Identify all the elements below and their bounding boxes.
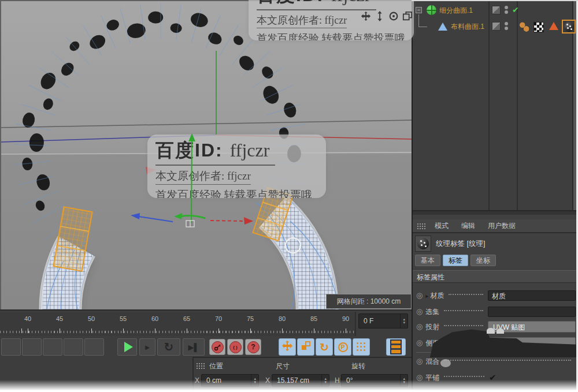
- uvw-tag-icon[interactable]: [533, 22, 544, 32]
- collapse-toggle[interactable]: −: [416, 7, 422, 13]
- attr-row-material: ◎ ▸ 材质 材质: [416, 290, 576, 301]
- menu-userdata[interactable]: 用户数据: [488, 221, 516, 231]
- ruler-number: 60: [151, 315, 158, 322]
- scale-icon: [301, 341, 311, 353]
- tile-checkbox[interactable]: ✔: [489, 372, 576, 383]
- cloth-tag-icon[interactable]: [549, 22, 558, 30]
- transport-button[interactable]: [22, 338, 42, 356]
- divider: [193, 357, 412, 358]
- drag-handle-icon[interactable]: [197, 363, 198, 364]
- drag-handle-icon[interactable]: [417, 223, 418, 225]
- snap-button[interactable]: [353, 338, 370, 356]
- expand-arrow-icon[interactable]: ▸: [425, 293, 428, 299]
- transport-button[interactable]: [43, 338, 62, 356]
- selection-circle: [286, 238, 301, 253]
- axis-label: X: [265, 376, 270, 384]
- move-tool-button[interactable]: [279, 338, 296, 356]
- axis-center-icon: [186, 221, 194, 227]
- phong-tag-icon[interactable]: [519, 21, 529, 32]
- tree-connector: [418, 14, 427, 27]
- position-x-field[interactable]: 0 cm ▴▾: [201, 374, 259, 387]
- tag-header: 纹理标签 [纹理]: [415, 236, 485, 252]
- maximize-icon[interactable]: [402, 10, 413, 22]
- timeline-ruler[interactable]: 4045505560657075808590: [0, 312, 356, 336]
- selection-field[interactable]: [488, 307, 576, 317]
- loop-button[interactable]: ↻: [157, 338, 180, 356]
- transport-button[interactable]: [64, 338, 83, 356]
- keyframe-radio-icon[interactable]: ◎: [416, 372, 423, 383]
- play-button[interactable]: [117, 338, 137, 356]
- filmstrip-icon: [390, 339, 402, 354]
- render-visibility-toggle[interactable]: [492, 6, 501, 14]
- visibility-dots[interactable]: [505, 5, 508, 15]
- texture-tag-icon[interactable]: [562, 20, 576, 33]
- keyframe-radio-icon[interactable]: ◎: [416, 306, 423, 318]
- mesh-wireframe: [61, 212, 317, 311]
- timeline-area: 4045505560657075808590 0 F ▴▾ ▶ ↻ ▶▌ ( )…: [0, 309, 412, 392]
- mesh-halo: [61, 212, 317, 311]
- rotate-tool-button[interactable]: ↻: [316, 338, 333, 356]
- render-visibility-toggle[interactable]: [492, 22, 501, 31]
- stepper-icon[interactable]: ▴▾: [251, 375, 258, 386]
- tab-coordinates[interactable]: 坐标: [470, 255, 496, 266]
- object-row-cloth[interactable]: 布料曲面.1: [413, 19, 578, 34]
- attr-label: 混合: [425, 357, 439, 367]
- zoom-icon[interactable]: [374, 10, 386, 22]
- object-row-subdivision[interactable]: − 细分曲面.1 ✔: [413, 3, 578, 18]
- watermark-line: 首发百度经验 转载要点赞投票哦: [155, 188, 312, 198]
- dotted-leader: [449, 293, 483, 295]
- coords-header-size: 尺寸: [276, 361, 290, 371]
- attr-label: 投射: [425, 322, 439, 332]
- mesh-object: [61, 212, 317, 311]
- menu-edit[interactable]: 编辑: [461, 221, 475, 231]
- attr-label: 材质: [430, 291, 444, 301]
- rotation-h-field[interactable]: 0° ▴▾: [341, 374, 408, 387]
- coordinate-system-button[interactable]: P: [334, 338, 351, 356]
- current-frame-field[interactable]: 0 F ▴▾: [358, 313, 408, 328]
- section-header[interactable]: 标签属性: [413, 270, 578, 283]
- ruler-number: 65: [183, 315, 190, 322]
- enabled-check-icon[interactable]: ✔: [512, 5, 519, 14]
- keyframe-radio-icon[interactable]: ◎: [416, 356, 423, 367]
- cage-ticks: [14, 3, 307, 255]
- dotted-leader: [444, 375, 484, 377]
- panel-splitter[interactable]: [413, 210, 578, 215]
- watermark-title: 百度ID:ffjczr: [257, 0, 376, 10]
- gizmo-z-axis: [139, 216, 173, 222]
- scale-tool-button[interactable]: [297, 338, 314, 356]
- tab-basic[interactable]: 基本: [415, 255, 440, 266]
- watermark-line: 本文原创作者: ffjczr: [155, 169, 251, 185]
- play-icon: [124, 342, 133, 352]
- stepper-icon[interactable]: ▴▾: [321, 375, 329, 386]
- render-view-button[interactable]: [386, 338, 406, 356]
- keyframe-radio-icon[interactable]: ◎: [416, 337, 423, 349]
- material-link-field[interactable]: 材质: [488, 290, 576, 301]
- next-key-button[interactable]: ▶: [139, 338, 155, 356]
- autokey-button[interactable]: ( ): [227, 339, 243, 355]
- size-x-field[interactable]: 15.157 cm ▴▾: [272, 374, 329, 387]
- record-keyframe-button[interactable]: [209, 339, 225, 355]
- keyframe-radio-icon[interactable]: ◎: [416, 321, 423, 333]
- ruler-number: 45: [56, 315, 63, 322]
- transport-button[interactable]: [84, 338, 104, 356]
- ruler-minor-ticks: [0, 331, 356, 333]
- viewport-canvas[interactable]: 百度ID:ffjczr 本文原创作者: ffjczr 首发百度经验 转载要点赞投…: [0, 0, 412, 309]
- object-label[interactable]: 布料曲面.1: [451, 19, 484, 34]
- end-cap-left: [53, 207, 92, 271]
- keyframe-radio-icon[interactable]: ◎: [416, 290, 423, 301]
- pan-icon[interactable]: [360, 10, 372, 22]
- watermark-shadow-blob: [440, 359, 451, 367]
- visibility-dots[interactable]: [505, 21, 508, 31]
- stepper-icon[interactable]: ▴▾: [400, 314, 407, 328]
- tab-tag[interactable]: 标签: [443, 255, 468, 266]
- object-label[interactable]: 细分曲面.1: [439, 3, 473, 18]
- goto-end-button[interactable]: ▶▌: [183, 338, 205, 356]
- stepper-icon[interactable]: ▴▾: [400, 375, 407, 386]
- subdivision-surface-icon: [427, 5, 436, 15]
- rotate-icon[interactable]: [388, 10, 399, 22]
- transport-button[interactable]: [1, 338, 21, 356]
- ruler-number: 40: [24, 315, 31, 322]
- menu-mode[interactable]: 模式: [435, 221, 449, 231]
- ruler-number: 85: [310, 315, 317, 322]
- keyframe-options-button[interactable]: ?: [245, 339, 261, 355]
